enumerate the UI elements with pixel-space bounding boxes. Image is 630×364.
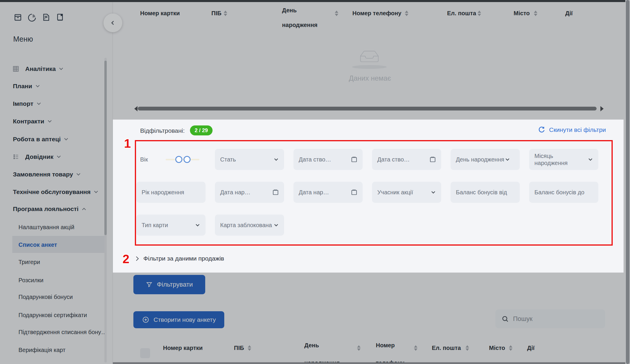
- sales-filters-expander[interactable]: Фільтри за даними продажів: [135, 255, 224, 262]
- app-root: Меню Аналітика Плани Імпорт Контракти Ро…: [0, 0, 630, 364]
- refresh-icon: [538, 126, 546, 134]
- filter-panel: Відфільтровані: 2 / 29 Скинути всі фільт…: [113, 120, 624, 273]
- slider-handle-max[interactable]: [184, 156, 191, 163]
- filter-birth-month-select[interactable]: Місяць народження: [529, 149, 598, 170]
- chevron-down-icon: [273, 222, 279, 228]
- calendar-icon: [350, 156, 358, 163]
- chevron-down-icon: [273, 156, 279, 163]
- filtered-label: Відфільтровані:: [140, 127, 185, 134]
- calendar-icon: [350, 188, 358, 196]
- chevron-down-icon: [587, 156, 594, 163]
- filter-date-created-to[interactable]: Дата ство…: [372, 149, 441, 170]
- filter-bonus-balance-to[interactable]: Баланс бонусів до: [529, 182, 598, 203]
- chevron-right-icon: [134, 256, 139, 261]
- filter-bonus-balance-from[interactable]: Баланс бонусів від: [451, 182, 520, 203]
- filter-birth-year-input[interactable]: Рік народження: [136, 182, 206, 203]
- slider-track[interactable]: [166, 159, 199, 160]
- annotation-number-1: 1: [124, 137, 131, 151]
- filter-date-created-from[interactable]: Дата ство…: [293, 149, 363, 170]
- filter-age-range: Вік: [136, 149, 206, 170]
- filter-card-type-select[interactable]: Тип карти: [136, 215, 206, 236]
- filter-gender-select[interactable]: Стать: [215, 149, 284, 170]
- filter-card-blocked-select[interactable]: Карта заблокована: [215, 215, 284, 236]
- filter-birth-date-to[interactable]: Дата нар…: [293, 182, 363, 203]
- reset-all-filters-link[interactable]: Скинути всі фільтри: [538, 126, 606, 134]
- chevron-down-icon: [504, 156, 511, 163]
- calendar-icon: [429, 156, 437, 163]
- age-range-slider[interactable]: [166, 156, 201, 163]
- chevron-down-icon: [430, 189, 437, 195]
- filter-promo-participant-select[interactable]: Учасник акції: [372, 182, 441, 203]
- slider-handle-min[interactable]: [175, 156, 182, 163]
- filter-birth-date-from[interactable]: Дата нар…: [215, 182, 284, 203]
- chevron-down-icon: [194, 222, 201, 228]
- filter-birth-day-select[interactable]: День народження: [451, 149, 520, 170]
- calendar-icon: [272, 188, 279, 196]
- filtered-count-badge: 2 / 29: [190, 125, 213, 135]
- annotation-number-2: 2: [123, 252, 129, 266]
